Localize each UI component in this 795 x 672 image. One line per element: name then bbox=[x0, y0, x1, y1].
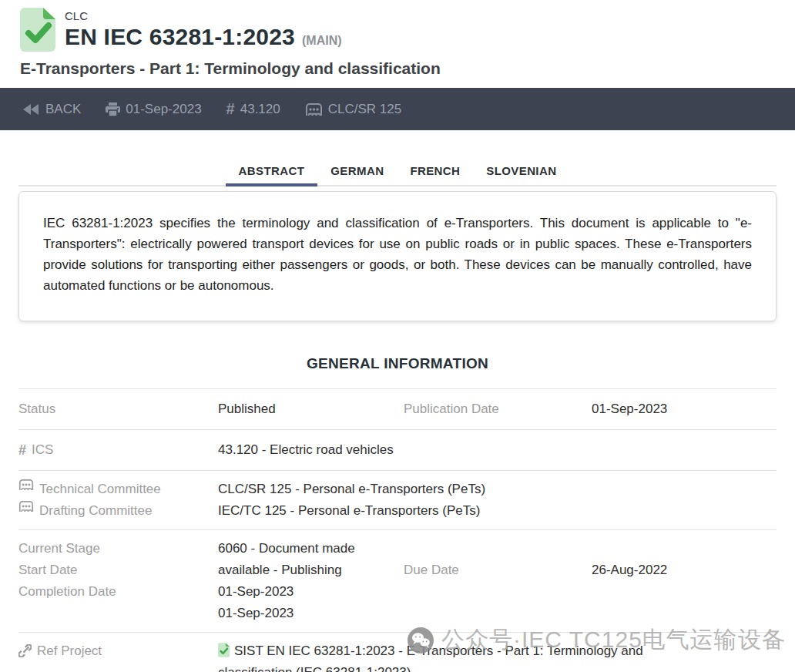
tabs-bar: ABSTRACT GERMAN FRENCH SLOVENIAN bbox=[18, 155, 777, 186]
table-row-stage: Current Stage Start Date Completion Date… bbox=[18, 529, 777, 632]
due-date-label: Due Date bbox=[404, 538, 592, 624]
table-row-committees: Technical Committee Drafting Committee C… bbox=[18, 470, 777, 529]
back-label: BACK bbox=[45, 102, 81, 117]
hash-icon: # bbox=[226, 100, 235, 118]
table-row-ref-project: Ref Project SIST EN IEC 63281-1:2023 - E… bbox=[18, 632, 777, 672]
ref-project-label-text: Ref Project bbox=[37, 640, 102, 662]
ref-project-label: Ref Project bbox=[18, 640, 218, 672]
document-approved-icon bbox=[20, 8, 55, 52]
ics-value: 43.120 - Electric road vehicles bbox=[218, 439, 777, 461]
completion-date-value: 01-Sep-2023 bbox=[218, 603, 404, 624]
printer-icon bbox=[106, 102, 120, 116]
hash-icon: # bbox=[18, 439, 26, 461]
technical-committee-value: CLC/SR 125 - Personal e-Transporters (Pe… bbox=[218, 479, 777, 500]
abstract-card: IEC 63281-1:2023 specifies the terminolo… bbox=[18, 191, 777, 321]
start-date-label: Start Date bbox=[18, 559, 218, 581]
publication-date-item: 01-Sep-2023 bbox=[106, 102, 201, 117]
page-header: CLC EN IEC 63281-1:2023 (MAIN) E-Transpo… bbox=[0, 0, 795, 79]
tab-german[interactable]: GERMAN bbox=[317, 155, 397, 186]
committee-labels: Technical Committee Drafting Committee bbox=[18, 479, 218, 522]
committee-item: CLC/SR 125 bbox=[305, 102, 401, 117]
table-row-status: Status Published Publication Date 01-Sep… bbox=[18, 388, 777, 429]
publication-date-value: 01-Sep-2023 bbox=[592, 398, 777, 420]
header-top-row: CLC EN IEC 63281-1:2023 (MAIN) bbox=[20, 8, 775, 52]
title-line: EN IEC 63281-1:2023 (MAIN) bbox=[65, 24, 342, 50]
current-stage-value: 6060 - Document made available - Publish… bbox=[218, 538, 404, 581]
start-date-value: 01-Sep-2023 bbox=[218, 581, 404, 603]
title-suffix-badge: (MAIN) bbox=[302, 34, 342, 48]
stage-values: 6060 - Document made available - Publish… bbox=[218, 538, 404, 624]
document-approved-icon bbox=[218, 643, 230, 657]
tabs: ABSTRACT GERMAN FRENCH SLOVENIAN bbox=[18, 155, 777, 185]
technical-committee-label-text: Technical Committee bbox=[39, 479, 161, 500]
organization-label: CLC bbox=[65, 9, 342, 23]
status-value: Published bbox=[218, 398, 404, 420]
drafting-committee-value: IEC/TC 125 - Personal e-Transporters (Pe… bbox=[218, 500, 777, 522]
tab-slovenian[interactable]: SLOVENIAN bbox=[473, 155, 569, 186]
ics-item: # 43.120 bbox=[226, 100, 280, 118]
drafting-committee-label-text: Drafting Committee bbox=[39, 500, 152, 522]
link-icon bbox=[18, 644, 32, 657]
ics-label: # ICS bbox=[18, 439, 218, 461]
status-label: Status bbox=[18, 398, 218, 420]
drafting-committee-label: Drafting Committee bbox=[18, 500, 218, 522]
document-subtitle: E-Transporters - Part 1: Terminology and… bbox=[20, 59, 775, 79]
meta-toolbar: BACK 01-Sep-2023 # 43.120 CLC/SR 125 bbox=[0, 88, 795, 130]
general-information-heading: GENERAL INFORMATION bbox=[0, 355, 795, 372]
page-title: EN IEC 63281-1:2023 bbox=[65, 24, 295, 50]
stage-labels: Current Stage Start Date Completion Date bbox=[18, 538, 218, 624]
groups-icon bbox=[18, 479, 34, 491]
due-date-value: 26-Aug-2022 bbox=[592, 538, 777, 624]
current-stage-label: Current Stage bbox=[18, 538, 218, 559]
header-texts: CLC EN IEC 63281-1:2023 (MAIN) bbox=[65, 8, 342, 50]
ics-code-text: 43.120 bbox=[240, 102, 280, 117]
rewind-icon bbox=[23, 103, 40, 116]
groups-icon bbox=[305, 102, 323, 116]
abstract-text: IEC 63281-1:2023 specifies the terminolo… bbox=[43, 213, 752, 296]
completion-date-label: Completion Date bbox=[18, 581, 218, 603]
publication-date-label: Publication Date bbox=[404, 398, 592, 420]
publication-date-text: 01-Sep-2023 bbox=[126, 102, 201, 117]
ref-project-link[interactable]: SIST EN IEC 63281-1:2023 - E-Transporter… bbox=[218, 640, 715, 672]
committee-code-text: CLC/SR 125 bbox=[328, 102, 401, 117]
groups-icon bbox=[18, 500, 34, 512]
back-button[interactable]: BACK bbox=[23, 102, 81, 117]
tab-french[interactable]: FRENCH bbox=[397, 155, 473, 186]
committee-values: CLC/SR 125 - Personal e-Transporters (Pe… bbox=[218, 479, 777, 522]
ics-label-text: ICS bbox=[32, 439, 53, 461]
general-information-table: Status Published Publication Date 01-Sep… bbox=[18, 388, 777, 672]
tab-abstract[interactable]: ABSTRACT bbox=[226, 155, 318, 186]
ref-project-value-text: SIST EN IEC 63281-1:2023 - E-Transporter… bbox=[218, 643, 643, 672]
technical-committee-label: Technical Committee bbox=[18, 479, 218, 500]
table-row-ics: # ICS 43.120 - Electric road vehicles bbox=[18, 429, 777, 470]
